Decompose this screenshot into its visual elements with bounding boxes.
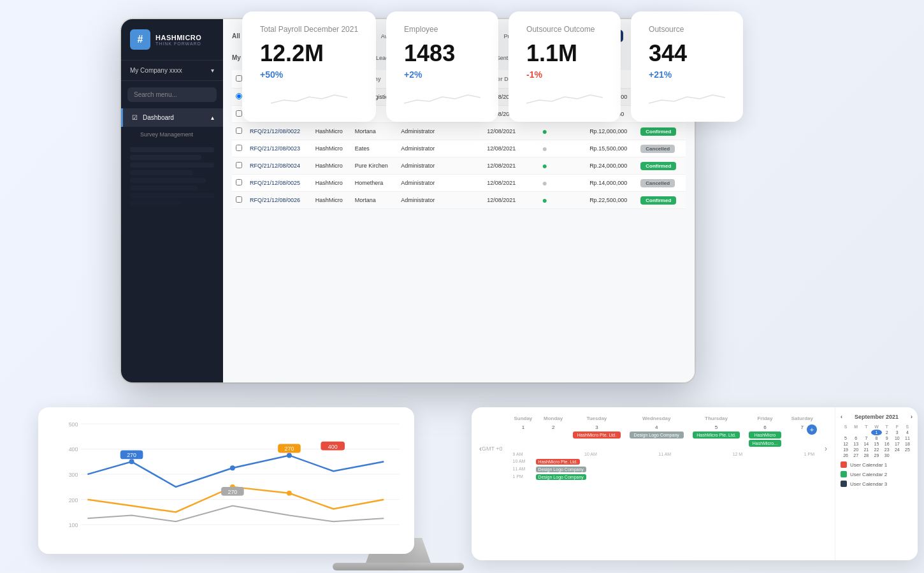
- mini-cal-prev[interactable]: ‹: [841, 414, 842, 420]
- sidebar-item-survey[interactable]: Survey Management: [121, 127, 223, 142]
- row-select-4[interactable]: [236, 162, 242, 168]
- kpi-card-1: Employee 1483 +2%: [386, 11, 498, 122]
- event-design-logo[interactable]: Design Logo Company: [630, 432, 684, 439]
- cell-status: Confirmed: [637, 157, 686, 175]
- cal-cell-5: 5 HashMicro Pte. Ltd.: [689, 423, 744, 448]
- mini-cal-day[interactable]: 28: [861, 453, 871, 458]
- event-hashmicro-thu[interactable]: HashMicro Pte. Ltd.: [693, 432, 740, 439]
- event-slot-green[interactable]: Design Logo Company: [536, 474, 586, 480]
- activity-icon: ●: [542, 143, 547, 154]
- calendar-main: ‹ GMT +0 Sunday Monday Tuesday Wednesday…: [472, 407, 835, 560]
- company-name: My Company xxxx: [130, 67, 182, 74]
- cell-total: Rp.12,000,000: [586, 123, 637, 140]
- sidebar-bar-6: [130, 185, 198, 191]
- mini-cal-day[interactable]: 15: [871, 441, 881, 447]
- mini-cal-day[interactable]: 5: [841, 435, 851, 441]
- mini-cal-next[interactable]: ›: [911, 414, 913, 420]
- gmt-label: GMT +0: [482, 446, 503, 452]
- cal-next-btn[interactable]: ›: [825, 444, 827, 453]
- mini-cal-header: ‹ September 2021 ›: [841, 414, 913, 420]
- mini-cal-day[interactable]: 13: [851, 441, 861, 447]
- row-select-5[interactable]: [236, 179, 242, 185]
- hashmicro-logo-icon: #: [130, 29, 150, 50]
- svg-text:270: 270: [227, 489, 237, 495]
- kpi-change-3: +21%: [649, 69, 725, 80]
- sidebar-bar-3: [130, 163, 214, 168]
- mini-cal-day[interactable]: 22: [871, 447, 881, 453]
- mini-cal-day[interactable]: 25: [902, 447, 913, 453]
- row-select-1[interactable]: [236, 110, 242, 117]
- mini-cal-day[interactable]: 6: [851, 435, 861, 441]
- mini-cal-day[interactable]: 4: [902, 430, 913, 435]
- legend-item-2: User Calendar 2: [841, 471, 913, 477]
- mini-cal-day[interactable]: 23: [882, 447, 892, 453]
- mini-cal-day: [841, 430, 851, 435]
- cell-deadline: 12/08/2021: [483, 140, 538, 157]
- mini-cal-day[interactable]: 3: [892, 430, 902, 435]
- mini-cal-day[interactable]: 2: [882, 430, 892, 435]
- activity-icon: ●: [542, 195, 547, 205]
- cell-ref: RFQ/21/12/08/0025: [246, 175, 312, 192]
- event-hashmicro-fri-2[interactable]: HashMicro...: [749, 440, 781, 447]
- mini-cal-day[interactable]: 19: [841, 447, 851, 453]
- sidebar-logo: # HASHMICRO THINK FORWARD: [121, 29, 223, 61]
- mini-cal-day[interactable]: 27: [851, 453, 861, 458]
- mini-cal-day[interactable]: 24: [892, 447, 902, 453]
- kpi-value-3: 344: [649, 40, 725, 67]
- event-slot-grey[interactable]: Design Logo Company: [536, 467, 586, 472]
- mini-cal-day[interactable]: 1: [871, 430, 881, 435]
- mini-cal-day[interactable]: 17: [892, 441, 902, 447]
- company-selector[interactable]: My Company xxxx ▾: [121, 61, 223, 81]
- kpi-title-1: Employee: [404, 24, 480, 35]
- mini-cal-day[interactable]: 9: [882, 435, 892, 441]
- event-slot-red[interactable]: HashMicro Pte. Ltd.: [536, 459, 580, 465]
- mini-cal-day[interactable]: 14: [861, 441, 871, 447]
- add-event-btn[interactable]: +: [807, 424, 817, 435]
- cal-cell-6: 6 HashMicro HashMicro...: [745, 423, 784, 448]
- chevron-up-icon: ▴: [211, 114, 214, 121]
- event-hashmicro-fri-1[interactable]: HashMicro: [749, 432, 781, 439]
- legend-dot-2: [841, 471, 847, 477]
- search-box[interactable]: Search menu...: [127, 87, 217, 102]
- col-wednesday: Wednesday: [626, 415, 688, 422]
- mini-col-s1: S: [841, 424, 851, 430]
- calendar-card: ‹ GMT +0 Sunday Monday Tuesday Wednesday…: [472, 407, 918, 560]
- mini-cal-day[interactable]: 21: [861, 447, 871, 453]
- row-select-2[interactable]: [236, 127, 242, 134]
- svg-point-12: [287, 453, 292, 458]
- event-hashmicro-tue[interactable]: HashMicro Pte. Ltd.: [573, 432, 621, 439]
- svg-text:400: 400: [69, 446, 78, 453]
- mini-cal-title: September 2021: [855, 414, 899, 420]
- mini-col-t1: T: [861, 424, 871, 430]
- activity-icon: ●: [542, 126, 547, 136]
- row-select-6[interactable]: [236, 196, 242, 203]
- mini-cal-day[interactable]: 10: [892, 435, 902, 441]
- mini-cal-day[interactable]: 20: [851, 447, 861, 453]
- row-select-0[interactable]: [236, 93, 242, 99]
- mini-cal-day[interactable]: 11: [902, 435, 913, 441]
- svg-point-11: [230, 465, 235, 470]
- sparkline-1: [404, 87, 480, 106]
- sidebar-bar-2: [130, 155, 201, 160]
- mini-cal-day[interactable]: 16: [882, 441, 892, 447]
- cell-vendor: HashMicro: [312, 123, 351, 140]
- mini-cal-day[interactable]: 26: [841, 453, 851, 458]
- mini-cal-day[interactable]: 7: [861, 435, 871, 441]
- mini-cal-day[interactable]: 18: [902, 441, 913, 447]
- calendar-header: ‹ GMT +0 Sunday Monday Tuesday Wednesday…: [479, 414, 827, 484]
- mini-cal-day[interactable]: 12: [841, 441, 851, 447]
- table-row: RFQ/21/12/08/0025 HashMicro Homethera Ad…: [232, 175, 686, 192]
- mini-cal-day[interactable]: 29: [871, 453, 881, 458]
- cell-rep: Administrator: [397, 157, 483, 175]
- sidebar-item-dashboard[interactable]: ☑ Dashboard ▴: [121, 108, 223, 127]
- cal-cell-1: 1: [509, 423, 538, 448]
- select-all-checkbox[interactable]: [236, 75, 242, 82]
- kpi-card-0: Total Payroll December 2021 12.2M +50%: [242, 11, 376, 122]
- kpi-title-0: Total Payroll December 2021: [260, 24, 358, 35]
- mini-cal-grid: S M T W T F S 12345678910111213141516171…: [841, 424, 913, 458]
- mini-cal-day[interactable]: 30: [882, 453, 892, 458]
- sidebar-bar-1: [130, 147, 214, 152]
- row-select-3[interactable]: [236, 145, 242, 151]
- svg-text:270: 270: [285, 446, 294, 453]
- mini-cal-day[interactable]: 8: [871, 435, 881, 441]
